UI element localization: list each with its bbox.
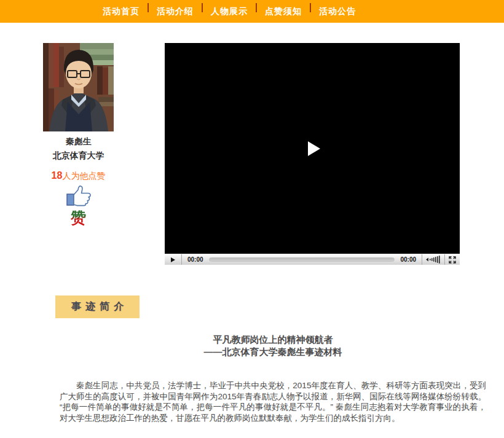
nav-separator [256,3,257,12]
current-time: 00:00 [182,256,209,263]
nav-item-activity-announcement[interactable]: 活动公告 [319,6,356,17]
like-count: 18 [52,170,63,181]
like-count-label: 人为他点赞 [62,171,105,181]
top-navbar: 活动首页 活动介绍 人物展示 点赞须知 活动公告 [0,0,504,23]
zan-like-text-button[interactable]: 赞 [71,208,86,228]
nav-separator [148,3,149,12]
video-controls: 00:00 00:00 [165,254,460,265]
fullscreen-icon [449,256,456,264]
big-play-icon [308,141,320,156]
thumbs-up-button[interactable] [43,185,114,207]
volume-icon [425,256,441,264]
play-icon [171,257,175,262]
video-player: 00:00 00:00 [165,43,460,265]
volume-button[interactable] [422,254,444,265]
page: 活动首页 活动介绍 人物展示 点赞须知 活动公告 [0,0,504,438]
like-counter: 18人为他点赞 [43,170,114,182]
thumbs-up-icon [65,185,93,207]
nav-item-like-notice[interactable]: 点赞须知 [265,6,302,17]
profile-card: 秦彪生 北京体育大学 18人为他点赞 赞 [43,43,114,228]
article-title-line2: ——北京体育大学秦彪生事迹材料 [60,346,486,358]
total-time: 00:00 [395,256,422,263]
article-title-line1: 平凡教师岗位上的精神领航者 [60,334,486,346]
nav-item-people-showcase[interactable]: 人物展示 [211,6,248,17]
profile-name: 秦彪生 [43,136,114,147]
play-button[interactable] [165,254,182,265]
profile-school: 北京体育大学 [43,151,114,162]
fullscreen-button[interactable] [444,254,460,265]
article-paragraph: 秦彪生同志，中共党员，法学博士，毕业于中共中央党校，2015年度在育人、教学、科… [60,380,486,423]
nav-separator [310,3,311,12]
video-screen[interactable] [165,43,460,254]
progress-bar[interactable] [209,257,395,262]
nav-separator [202,3,203,12]
article: 平凡教师岗位上的精神领航者 ——北京体育大学秦彪生事迹材料 秦彪生同志，中共党员… [60,334,486,423]
nav-item-activity-intro[interactable]: 活动介绍 [157,6,194,17]
nav-item-activity-home[interactable]: 活动首页 [103,6,140,17]
story-intro-section-button[interactable]: 事迹简介 [55,295,140,318]
profile-photo [43,43,114,131]
